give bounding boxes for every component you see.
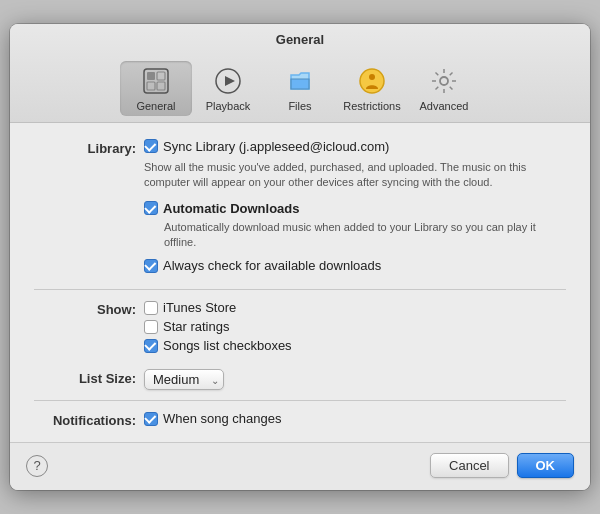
list-size-select[interactable]: Small Medium Large xyxy=(144,369,224,390)
always-check-label: Always check for available downloads xyxy=(163,258,381,273)
auto-downloads-row: Automatic Downloads xyxy=(144,201,566,216)
sync-library-row: Sync Library (j.appleseed@icloud.com) xyxy=(144,139,566,154)
toolbar-label-playback: Playback xyxy=(206,100,251,112)
svg-rect-2 xyxy=(157,72,165,80)
playback-icon xyxy=(212,65,244,97)
toolbar-item-restrictions[interactable]: Restrictions xyxy=(336,61,408,116)
library-content: Sync Library (j.appleseed@icloud.com) Sh… xyxy=(144,139,566,278)
toolbar-item-playback[interactable]: Playback xyxy=(192,61,264,116)
files-icon xyxy=(284,65,316,97)
song-changes-row: When song changes xyxy=(144,411,566,426)
toolbar-label-general: General xyxy=(136,100,175,112)
itunes-store-row: iTunes Store xyxy=(144,300,566,315)
auto-downloads-checkbox[interactable] xyxy=(144,201,158,215)
list-size-select-container: Small Medium Large ⌄ xyxy=(144,369,224,390)
sync-library-checkbox[interactable] xyxy=(144,139,158,153)
always-check-row: Always check for available downloads xyxy=(144,258,566,273)
general-icon xyxy=(140,65,172,97)
title-bar: General General xyxy=(10,24,590,123)
notifications-section: Notifications: When song changes xyxy=(34,411,566,430)
svg-line-18 xyxy=(436,86,439,89)
show-label: Show: xyxy=(34,300,144,317)
toolbar-label-advanced: Advanced xyxy=(420,100,469,112)
svg-rect-3 xyxy=(147,82,155,90)
song-changes-checkbox[interactable] xyxy=(144,412,158,426)
svg-line-17 xyxy=(450,72,453,75)
star-ratings-label: Star ratings xyxy=(163,319,229,334)
toolbar-label-restrictions: Restrictions xyxy=(343,100,400,112)
toolbar-item-advanced[interactable]: Advanced xyxy=(408,61,480,116)
itunes-store-label: iTunes Store xyxy=(163,300,236,315)
notifications-content: When song changes xyxy=(144,411,566,430)
always-check-checkbox[interactable] xyxy=(144,259,158,273)
svg-point-10 xyxy=(440,77,448,85)
toolbar-label-files: Files xyxy=(288,100,311,112)
itunes-store-checkbox[interactable] xyxy=(144,301,158,315)
library-label: Library: xyxy=(34,139,144,156)
divider-2 xyxy=(34,400,566,401)
svg-rect-1 xyxy=(147,72,155,80)
sync-library-description: Show all the music you've added, purchas… xyxy=(144,160,566,191)
songs-list-checkboxes-label: Songs list checkboxes xyxy=(163,338,292,353)
library-section: Library: Sync Library (j.appleseed@iclou… xyxy=(34,139,566,278)
star-ratings-row: Star ratings xyxy=(144,319,566,334)
cancel-button[interactable]: Cancel xyxy=(430,453,508,478)
content-area: Library: Sync Library (j.appleseed@iclou… xyxy=(10,123,590,443)
sync-library-text: Sync Library (j.appleseed@icloud.com) xyxy=(163,139,389,154)
svg-line-16 xyxy=(450,86,453,89)
advanced-icon xyxy=(428,65,460,97)
star-ratings-checkbox[interactable] xyxy=(144,320,158,334)
songs-list-checkboxes-checkbox[interactable] xyxy=(144,339,158,353)
show-section: Show: iTunes Store Star ratings Songs li… xyxy=(34,300,566,357)
list-size-section: List Size: Small Medium Large ⌄ xyxy=(34,369,566,390)
help-button[interactable]: ? xyxy=(26,455,48,477)
ok-button[interactable]: OK xyxy=(517,453,575,478)
preferences-window: General General xyxy=(10,24,590,491)
list-size-label: List Size: xyxy=(34,369,144,386)
auto-downloads-description: Automatically download music when added … xyxy=(164,220,566,251)
footer: ? Cancel OK xyxy=(10,442,590,490)
toolbar: General Playback xyxy=(10,55,590,122)
svg-line-15 xyxy=(436,72,439,75)
show-content: iTunes Store Star ratings Songs list che… xyxy=(144,300,566,357)
divider-1 xyxy=(34,289,566,290)
svg-rect-4 xyxy=(157,82,165,90)
toolbar-item-general[interactable]: General xyxy=(120,61,192,116)
songs-list-checkboxes-row: Songs list checkboxes xyxy=(144,338,566,353)
list-size-content: Small Medium Large ⌄ xyxy=(144,369,566,390)
notifications-label: Notifications: xyxy=(34,411,144,428)
toolbar-item-files[interactable]: Files xyxy=(264,61,336,116)
footer-buttons: Cancel OK xyxy=(430,453,574,478)
svg-marker-6 xyxy=(225,76,235,86)
window-title: General xyxy=(10,32,590,47)
song-changes-label: When song changes xyxy=(163,411,282,426)
restrictions-icon xyxy=(356,65,388,97)
auto-downloads-label: Automatic Downloads xyxy=(163,201,300,216)
